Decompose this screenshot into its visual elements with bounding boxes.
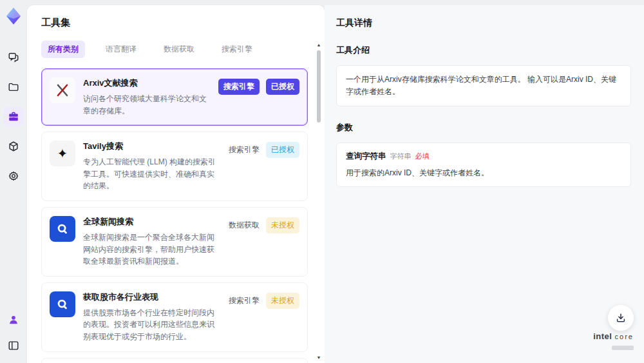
settings-gear-icon[interactable]	[4, 166, 23, 186]
tavily-star-icon: ✦	[50, 141, 75, 166]
tool-description: 专为人工智能代理 (LLM) 构建的搜索引擎工具。可快速提供实时、准确和真实的结…	[83, 156, 221, 192]
status-badge: 已授权	[266, 79, 299, 95]
param-name: 查询字符串	[346, 151, 386, 162]
tab-all-categories[interactable]: 所有类别	[41, 41, 85, 58]
tool-title: 全球新闻搜索	[83, 216, 221, 228]
category-tabs: 所有类别 语言翻译 数据获取 搜索引擎	[41, 41, 308, 58]
tool-card-sector-performance[interactable]: 获取股市各行业表现 提供股票市场各个行业在特定时间段内的表现。投资者可以利用这些…	[41, 282, 308, 352]
tool-description: 全球新闻搜索是一个聚合全球各大新闻网站内容的搜索引擎，帮助用户快速获取全球最新资…	[83, 231, 221, 268]
brand-intel: intel	[593, 331, 612, 341]
param-description: 用于搜索的Arxiv ID、关键字或作者姓名。	[346, 168, 621, 179]
detail-panel-title: 工具详情	[336, 17, 631, 29]
category-label: 搜索引擎	[229, 295, 260, 306]
tool-title: Tavily搜索	[83, 141, 221, 152]
scroll-up-arrow[interactable]: ▲	[316, 43, 321, 48]
page-title: 工具集	[41, 17, 308, 29]
tool-description: 访问各个研究领域大量科学论文和文章的存储库。	[83, 93, 211, 117]
category-badge: 搜索引擎	[218, 79, 260, 95]
tab-search-engine[interactable]: 搜索引擎	[215, 41, 259, 58]
intro-box: 一个用于从Arxiv存储库搜索科学论文和文章的工具。 输入可以是Arxiv ID…	[336, 65, 631, 106]
param-box: 查询字符串 字符串 必填 用于搜索的Arxiv ID、关键字或作者姓名。	[336, 142, 631, 187]
tool-card-tavily[interactable]: ✦ Tavily搜索 专为人工智能代理 (LLM) 构建的搜索引擎工具。可快速提…	[41, 132, 308, 201]
brand-sub-bar	[612, 346, 634, 350]
toolbox-icon[interactable]	[4, 107, 23, 126]
scrollbar-thumb[interactable]	[317, 50, 321, 123]
params-heading: 参数	[336, 122, 631, 133]
intro-heading: 工具介绍	[336, 44, 631, 56]
tool-card-active-stocks[interactable]: 获取市场最活跃股票信息 提供当天交易量最高的股票列表。投资者可以利用这些信息来识…	[41, 358, 308, 363]
chat-icon[interactable]	[4, 48, 23, 67]
app-logo-icon	[4, 6, 23, 26]
folder-icon[interactable]	[4, 77, 23, 97]
tab-language-translation[interactable]: 语言翻译	[99, 41, 143, 58]
status-badge: 未授权	[266, 293, 299, 309]
category-label: 搜索引擎	[229, 144, 260, 155]
tool-title: Arxiv文献搜索	[83, 77, 211, 89]
download-button[interactable]	[608, 305, 634, 331]
tool-list-panel: 工具集 所有类别 语言翻译 数据获取 搜索引擎 Arxiv文献搜索 访问各个研究…	[27, 5, 325, 363]
collapse-panel-icon[interactable]	[4, 336, 23, 355]
intel-core-logo: intel core	[593, 331, 634, 353]
user-avatar-icon[interactable]	[4, 310, 23, 329]
param-type: 字符串	[390, 152, 412, 161]
tool-title: 获取股市各行业表现	[83, 291, 221, 303]
param-required-flag: 必填	[415, 152, 430, 161]
tab-data-fetch[interactable]: 数据获取	[157, 41, 201, 58]
icon-rail	[0, 0, 27, 363]
tool-detail-panel: 工具详情 工具介绍 一个用于从Arxiv存储库搜索科学论文和文章的工具。 输入可…	[325, 5, 644, 363]
tool-card-global-news[interactable]: 全球新闻搜索 全球新闻搜索是一个聚合全球各大新闻网站内容的搜索引擎，帮助用户快速…	[41, 207, 308, 277]
status-badge: 未授权	[266, 217, 299, 233]
intro-text: 一个用于从Arxiv存储库搜索科学论文和文章的工具。 输入可以是Arxiv ID…	[346, 74, 621, 98]
tool-card-list: Arxiv文献搜索 访问各个研究领域大量科学论文和文章的存储库。 搜索引擎 已授…	[41, 68, 308, 363]
brand-core: core	[615, 333, 634, 340]
magnifier-logo-icon	[50, 291, 75, 317]
list-scrollbar[interactable]: ▲ ▼	[316, 43, 321, 360]
magnifier-logo-icon	[50, 216, 75, 242]
category-label: 数据获取	[229, 220, 260, 231]
status-badge: 已授权	[266, 142, 299, 158]
cube-icon[interactable]	[4, 137, 23, 156]
tool-description: 提供股票市场各个行业在特定时间段内的表现。投资者可以利用这些信息来识别表现优于或…	[83, 307, 221, 343]
arxiv-logo-icon	[50, 77, 75, 103]
scroll-down-arrow[interactable]: ▼	[316, 355, 321, 360]
tool-card-arxiv[interactable]: Arxiv文献搜索 访问各个研究领域大量科学论文和文章的存储库。 搜索引擎 已授…	[41, 68, 308, 126]
